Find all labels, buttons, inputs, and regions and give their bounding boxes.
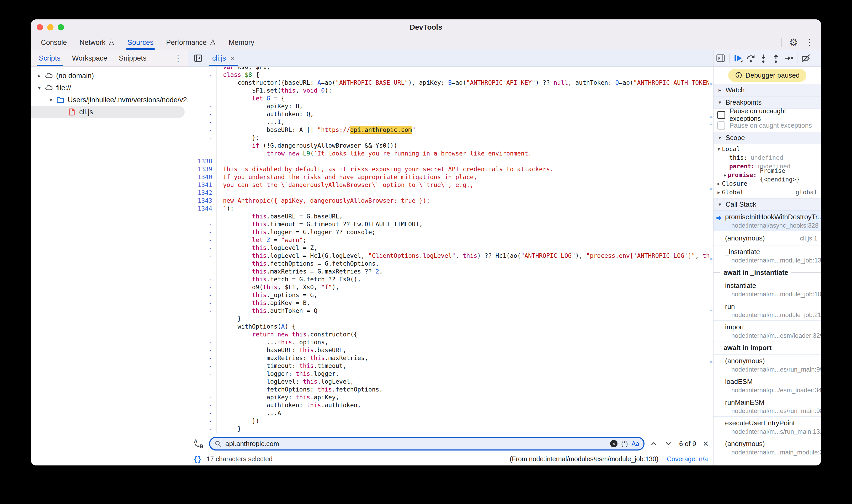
gutter-collapsed-marker[interactable]: -	[188, 315, 217, 323]
gutter-collapsed-marker[interactable]: -	[188, 378, 217, 385]
call-stack-frame-anonymous[interactable]: (anonymous)node:internal/m...es/run_main…	[713, 354, 821, 375]
gutter-line-number[interactable]: 1343	[188, 197, 217, 204]
code-line[interactable]: - $F1.set(this, void 0);	[188, 87, 709, 94]
gutter-collapsed-marker[interactable]: -	[188, 338, 217, 346]
code-line[interactable]: 1341you can set the \`dangerouslyAllowBr…	[188, 181, 709, 189]
gutter-collapsed-marker[interactable]: -	[188, 102, 217, 110]
gutter-line-number[interactable]: 1342	[188, 189, 217, 197]
call-stack-frame-executeuserentrypoint[interactable]: executeUserEntryPointnode:internal/m...s…	[713, 416, 821, 437]
search-field[interactable]: api.anthropic.com × (*) Aa	[209, 437, 644, 450]
gutter-line-number[interactable]: 1339	[188, 165, 217, 173]
gutter-collapsed-marker[interactable]: -	[188, 118, 217, 126]
code-line[interactable]: - this.logger = G.logger ?? console;	[188, 228, 709, 236]
code-line[interactable]: -class $8 {	[188, 71, 709, 79]
code-line[interactable]: - ...A	[188, 409, 709, 417]
gutter-line-number[interactable]: 1340	[188, 173, 217, 181]
gutter-collapsed-marker[interactable]: -	[188, 142, 217, 149]
source-code-viewer[interactable]: var Xs0, $F1;-class $8 {- constructor({b…	[188, 67, 713, 435]
gutter-collapsed-marker[interactable]: -	[188, 94, 217, 102]
code-line[interactable]: - if (!G.dangerouslyAllowBrowser && Ys0(…	[188, 142, 709, 149]
tab-performance[interactable]: Performance	[160, 35, 223, 50]
chevron-right-icon[interactable]: ▸	[723, 171, 728, 179]
call-stack-frame-run[interactable]: runnode:internal/m...module_job:214	[713, 300, 821, 321]
gutter-collapsed-marker[interactable]: -	[188, 323, 217, 330]
scope-section-header[interactable]: ▾ Scope	[713, 132, 821, 144]
step-button[interactable]	[783, 53, 794, 63]
call-stack-frame-anonymous[interactable]: (anonymous)cli.js:1	[713, 231, 821, 245]
scope-group-global[interactable]: ▸Globalglobal	[713, 188, 821, 197]
code-line[interactable]: - this._options = G,	[188, 291, 709, 299]
code-line[interactable]: - fetchOptions: this.fetchOptions,	[188, 385, 709, 393]
code-line[interactable]: - apiKey: B,	[188, 102, 709, 110]
gutter-collapsed-marker[interactable]: -	[188, 259, 217, 268]
gutter-collapsed-marker[interactable]: -	[188, 134, 217, 142]
match-case-toggle[interactable]: Aa	[632, 440, 639, 447]
code-line[interactable]: - o9(this, $F1, Xs0, "f"),	[188, 283, 709, 291]
close-tab-icon[interactable]: ×	[230, 54, 235, 63]
pause-on-uncaught-exceptions-checkbox[interactable]	[717, 111, 725, 119]
code-line[interactable]: - this.maxRetries = G.maxRetries ?? 2,	[188, 268, 709, 275]
next-match-icon[interactable]	[664, 440, 672, 448]
code-line[interactable]: - this.timeout = G.timeout ?? Lw.DEFAULT…	[188, 220, 709, 228]
code-line[interactable]: - ...this._options,	[188, 338, 709, 346]
settings-gear-icon[interactable]: ⚙	[789, 37, 798, 48]
deactivate-breakpoints-icon[interactable]	[801, 53, 811, 63]
code-line[interactable]: - this.logLevel = Hc1(G.logLevel, "Clien…	[188, 252, 709, 259]
gutter-collapsed-marker[interactable]: -	[188, 220, 217, 228]
gutter-collapsed-marker[interactable]: -	[188, 252, 217, 259]
sidebar-tab-scripts[interactable]: Scripts	[33, 50, 66, 66]
gutter-line-number[interactable]: 1341	[188, 181, 217, 189]
coverage-link[interactable]: Coverage: n/a	[667, 455, 708, 463]
code-line[interactable]: - baseURL: this.baseURL,	[188, 346, 709, 354]
close-find-bar-icon[interactable]: ×	[703, 439, 709, 448]
tree-expander-down-icon[interactable]: ▾	[46, 97, 56, 103]
code-line[interactable]: - baseURL: A || "https://api.anthropic.c…	[188, 126, 709, 134]
sidebar-tab-snippets[interactable]: Snippets	[113, 50, 152, 66]
gutter-collapsed-marker[interactable]: -	[188, 149, 217, 157]
gutter-collapsed-marker[interactable]: -	[188, 291, 217, 299]
replace-toggle-icon[interactable]: AB	[193, 438, 204, 449]
call-stack-frame-runmainesm[interactable]: runMainESMnode:internal/m...es/run_main:…	[713, 396, 821, 416]
gutter-collapsed-marker[interactable]: -	[188, 228, 217, 236]
step-out-button[interactable]	[771, 53, 781, 63]
code-line[interactable]: - this.authToken = Q	[188, 307, 709, 315]
tab-network[interactable]: Network	[73, 35, 121, 50]
gutter-collapsed-marker[interactable]: -	[188, 244, 217, 252]
gutter-collapsed-marker[interactable]: -	[188, 126, 217, 134]
gutter-collapsed-marker[interactable]: -	[188, 409, 217, 417]
code-line[interactable]: - authToken: Q,	[188, 110, 709, 118]
editor-scrollbar[interactable]	[709, 67, 713, 435]
code-line[interactable]: 1342	[188, 189, 709, 197]
pretty-print-icon[interactable]: {}	[193, 455, 202, 463]
code-line[interactable]: - return new this.constructor({	[188, 330, 709, 338]
gutter-collapsed-marker[interactable]: -	[188, 283, 217, 291]
code-line[interactable]: 1344`);	[188, 204, 709, 212]
code-line[interactable]: - this.apiKey = B,	[188, 299, 709, 307]
gutter-collapsed-marker[interactable]: -	[188, 275, 217, 283]
code-line[interactable]: 1338	[188, 157, 709, 165]
code-line[interactable]: - timeout: this.timeout,	[188, 362, 709, 370]
hide-debugger-sidebar-icon[interactable]	[715, 53, 726, 63]
search-input[interactable]: api.anthropic.com	[225, 440, 606, 448]
call-stack-frame-instantiate[interactable]: instantiatenode:internal/m...module_job:…	[713, 279, 821, 300]
gutter-collapsed-marker[interactable]: -	[188, 393, 217, 401]
code-line[interactable]: - this.fetchOptions = G.fetchOptions,	[188, 259, 709, 268]
call-stack-section-header[interactable]: ▾ Call Stack	[713, 198, 821, 211]
code-line[interactable]: - authToken: this.authToken,	[188, 401, 709, 409]
code-line[interactable]: - let Z = "warn";	[188, 236, 709, 244]
call-stack-frame-anonymous[interactable]: (anonymous)node:internal/m...main_module…	[713, 437, 821, 458]
gutter-collapsed-marker[interactable]: -	[188, 401, 217, 409]
code-line[interactable]: - ...I,	[188, 118, 709, 126]
gutter-collapsed-marker[interactable]: -	[188, 425, 217, 433]
gutter-collapsed-marker[interactable]: -	[188, 362, 217, 370]
scope-var-promise[interactable]: ▸promise:Promise {<pending>}	[713, 171, 821, 179]
code-line[interactable]: var Xs0, $F1;	[188, 67, 709, 71]
tree-item-users-jinhuilee-nvm-versions-node-v2[interactable]: ▾Users/jinhuilee/.nvm/versions/node/v2..…	[31, 94, 188, 106]
call-stack-frame-import[interactable]: importnode:internal/m...esm/loader:329	[713, 321, 821, 341]
gutter-collapsed-marker[interactable]: -	[188, 236, 217, 244]
code-line[interactable]: - apiKey: this.apiKey,	[188, 393, 709, 401]
call-stack-frame-instantiate[interactable]: _instantiatenode:internal/m...module_job…	[713, 245, 821, 266]
scope-group-local[interactable]: ▾Local	[713, 145, 821, 154]
code-line[interactable]: - this.baseURL = G.baseURL,	[188, 212, 709, 220]
code-line[interactable]: - }	[188, 315, 709, 323]
